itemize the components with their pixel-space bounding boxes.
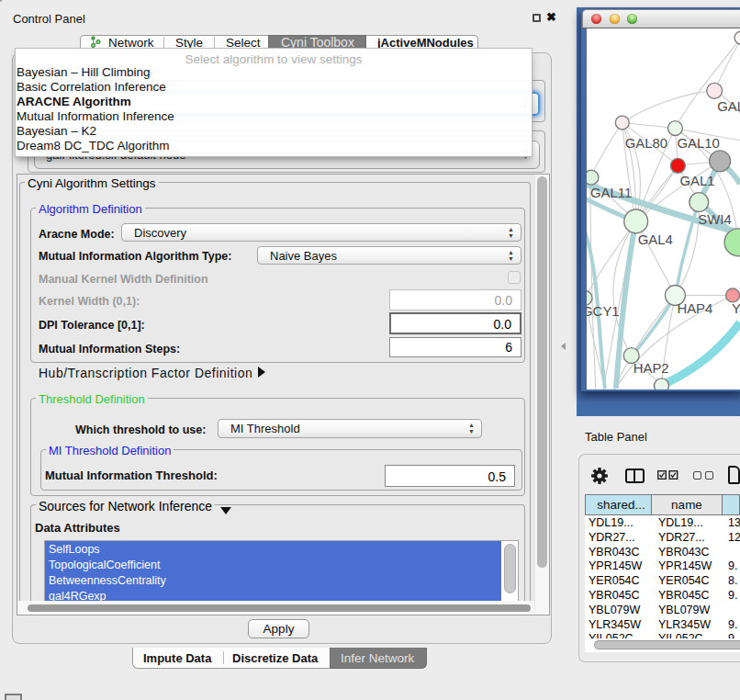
svg-text:HAP4: HAP4 [677,301,712,316]
svg-text:SWI4: SWI4 [698,212,731,227]
svg-text:GAL1: GAL1 [679,174,714,188]
svg-text:GAL80: GAL80 [625,136,667,151]
svg-text:GAL4: GAL4 [638,232,673,247]
svg-text:GAL2: GAL2 [717,99,740,114]
svg-text:GAL10: GAL10 [677,136,719,151]
svg-text:GCY1: GCY1 [586,304,620,319]
svg-text:HAP2: HAP2 [633,361,669,376]
svg-text:Y: Y [732,301,740,316]
svg-text:GAL11: GAL11 [590,186,632,200]
